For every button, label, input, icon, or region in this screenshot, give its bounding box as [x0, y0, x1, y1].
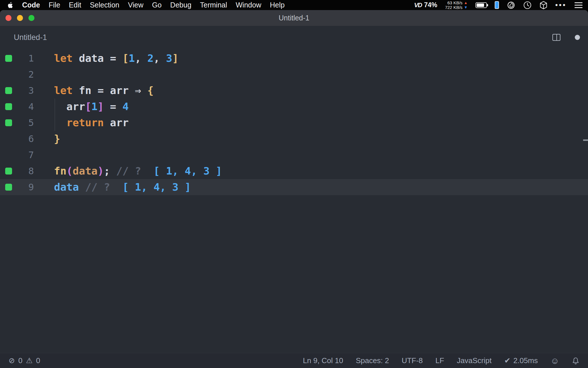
menu-item-go[interactable]: Go: [148, 0, 166, 10]
battery-icon[interactable]: [475, 2, 487, 8]
errors-count: 0: [18, 356, 22, 365]
battery-percent-label: 74%: [424, 1, 437, 9]
token-pl: ;: [104, 165, 110, 177]
menu-item-file[interactable]: File: [45, 0, 65, 10]
menu-status-icons: VD 74% 63 KB/s ▲ 722 KB/s ▼: [414, 0, 588, 10]
code-text: return arr: [54, 115, 129, 131]
code-line-3[interactable]: 3let fn = arr ⇒ {: [0, 83, 588, 99]
code-line-9[interactable]: 9data // ? [ 1, 4, 3 ]: [0, 179, 588, 195]
line-number: 4: [0, 99, 34, 115]
menu-item-edit[interactable]: Edit: [65, 0, 86, 10]
editor-lines: 1let data = [1, 2, 3]23let fn = arr ⇒ {4…: [0, 50, 588, 195]
token-cm: // ?: [79, 181, 116, 193]
menu-item-code[interactable]: Code: [18, 0, 45, 10]
eol-status[interactable]: LF: [436, 356, 444, 365]
menu-item-view[interactable]: View: [124, 0, 148, 10]
menu-list-icon[interactable]: [574, 2, 583, 9]
token-pl: =: [104, 101, 122, 112]
warnings-icon: ⚠︎: [26, 356, 32, 365]
token-out: [ 1, 4, 3 ]: [147, 165, 222, 177]
token-out: [ 1, 4, 3 ]: [116, 181, 191, 193]
token-kw: let: [54, 85, 73, 96]
status-right: Ln 9, Col 10 Spaces: 2 UTF-8 LF JavaScri…: [303, 356, 579, 366]
token-b1: }: [54, 133, 60, 145]
traffic-lights: [0, 15, 34, 21]
menu-item-window[interactable]: Window: [231, 0, 266, 10]
cube-icon[interactable]: [539, 1, 548, 9]
language-mode-status[interactable]: JavaScript: [457, 356, 492, 365]
code-line-4[interactable]: 4 arr[1] = 4: [0, 99, 588, 115]
tab-actions: [552, 34, 580, 41]
check-icon: ✔: [504, 356, 510, 365]
code-line-6[interactable]: 6}: [0, 131, 588, 147]
line-number: 1: [0, 50, 34, 66]
line-number: 6: [0, 131, 34, 147]
problems-status[interactable]: ⊘ 0 ⚠︎ 0: [9, 356, 40, 365]
menu-left: Code File Edit Selection View Go Debug T…: [0, 0, 289, 10]
menu-item-terminal[interactable]: Terminal: [196, 0, 231, 10]
menu-item-help[interactable]: Help: [266, 0, 289, 10]
quokka-run-time: 2.05ms: [513, 356, 538, 365]
encoding-status[interactable]: UTF-8: [402, 356, 423, 365]
overview-ruler-marker[interactable]: [583, 139, 588, 141]
screen: Code File Edit Selection View Go Debug T…: [0, 0, 588, 368]
line-number: 9: [0, 179, 34, 195]
split-editor-icon[interactable]: [552, 34, 560, 41]
code-editor[interactable]: 1let data = [1, 2, 3]23let fn = arr ⇒ {4…: [0, 49, 588, 353]
line-number: 2: [0, 66, 34, 83]
token-fn: fn: [54, 165, 66, 177]
indentation-status[interactable]: Spaces: 2: [356, 356, 389, 365]
cursor-position-status[interactable]: Ln 9, Col 10: [303, 356, 343, 365]
code-line-8[interactable]: 8fn(data); // ? [ 1, 4, 3 ]: [0, 163, 588, 179]
line-number: 7: [0, 147, 34, 163]
token-b2: (: [66, 165, 73, 177]
code-text: let fn = arr ⇒ {: [54, 83, 154, 99]
tab-untitled-1[interactable]: Untitled-1: [14, 33, 47, 42]
code-line-1[interactable]: 1let data = [1, 2, 3]: [0, 50, 588, 66]
code-line-7[interactable]: 7: [0, 147, 588, 163]
token-cm: // ?: [110, 165, 147, 177]
token-arg: data: [73, 165, 98, 177]
zoom-window-button[interactable]: [28, 15, 34, 21]
code-text: let data = [1, 2, 3]: [54, 50, 179, 66]
token-b1: ]: [172, 52, 179, 64]
menu-item-selection[interactable]: Selection: [86, 0, 124, 10]
token-pl: [54, 117, 66, 129]
iphone-icon[interactable]: [495, 1, 499, 9]
window-title: Untitled-1: [0, 14, 588, 22]
feedback-smiley-icon[interactable]: ☺: [550, 356, 559, 366]
code-line-2[interactable]: 2: [0, 66, 588, 83]
menu-item-debug[interactable]: Debug: [166, 0, 196, 10]
apple-menu[interactable]: [0, 1, 18, 9]
upload-speed: 63 KB/s: [447, 1, 463, 5]
battery-percent-menulet[interactable]: VD 74%: [414, 1, 437, 9]
token-b2: [: [85, 101, 91, 112]
minimize-window-button[interactable]: [17, 15, 23, 21]
clock-icon[interactable]: [523, 1, 532, 9]
notifications-bell-icon[interactable]: [572, 357, 579, 365]
line-number: 3: [0, 83, 34, 99]
code-text: arr[1] = 4: [54, 99, 129, 115]
line-number: 5: [0, 115, 34, 131]
token-pl: [141, 85, 147, 96]
close-window-button[interactable]: [5, 15, 11, 21]
code-text: data // ? [ 1, 4, 3 ]: [54, 179, 191, 195]
swirl-icon[interactable]: [507, 1, 515, 9]
window-title-bar[interactable]: Untitled-1: [0, 10, 588, 26]
macos-menu-bar: Code File Edit Selection View Go Debug T…: [0, 0, 588, 10]
network-speed-menulet[interactable]: 63 KB/s ▲ 722 KB/s ▼: [445, 1, 468, 10]
code-line-5[interactable]: 5 return arr: [0, 115, 588, 131]
apple-icon: [7, 1, 13, 9]
token-num: 1: [91, 101, 98, 112]
vscode-window: Untitled-1 Untitled-1 1let data = [1, 2,…: [0, 10, 588, 368]
modified-indicator-dot[interactable]: [575, 35, 580, 40]
token-kw: return: [66, 117, 104, 129]
quokka-status[interactable]: ✔ 2.05ms: [504, 356, 538, 365]
token-b2: ): [98, 165, 104, 177]
upload-arrow-icon: ▲: [464, 1, 468, 5]
token-b1: {: [147, 85, 154, 96]
ellipsis-icon[interactable]: •••: [555, 1, 566, 9]
token-num: 1: [129, 52, 135, 64]
download-speed: 722 KB/s: [445, 5, 463, 10]
token-pl: fn = arr: [73, 85, 135, 96]
